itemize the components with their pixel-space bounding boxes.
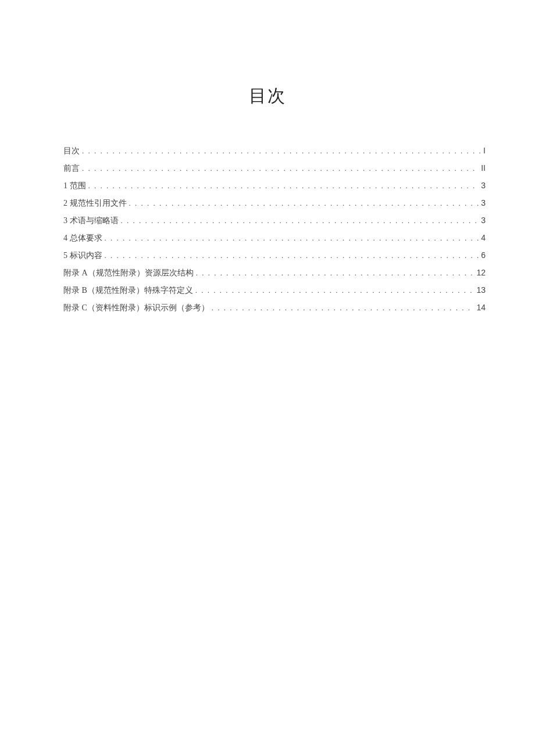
toc-page: I [483,146,486,155]
toc-entry: 前言 II [63,163,486,174]
toc-entry: 目次 I [63,146,486,156]
toc-entry: 4 总体要求 4 [63,233,486,243]
toc-label: 2 规范性引用文件 [63,198,127,209]
toc-entry: 3 术语与缩略语 3 [63,216,486,226]
toc-page: 14 [476,303,486,312]
toc-dots [129,199,479,208]
toc-dots [88,181,479,191]
toc-dots [121,216,479,225]
toc-page: 3 [481,181,486,190]
toc-page: 12 [476,268,486,277]
toc-dots [82,164,479,173]
toc-page: 3 [481,216,486,225]
toc-label: 1 范围 [63,181,86,191]
toc-dots [105,234,479,243]
toc-dots [105,251,479,260]
toc-label: 前言 [63,163,80,174]
toc-entry: 2 规范性引用文件 3 [63,198,486,209]
toc-label: 目次 [63,146,80,156]
toc-label: 3 术语与缩略语 [63,216,119,226]
toc-dots [196,268,475,278]
toc-label: 5 标识内容 [63,250,102,261]
toc-page: 3 [481,198,486,207]
toc-page: 13 [476,285,486,295]
toc-entry: 附录 C（资料性附录）标识示例（参考） 14 [63,303,486,313]
page-title: 目次 [0,0,535,146]
toc-container: 目次 I 前言 II 1 范围 3 2 规范性引用文件 3 3 术语与缩略语 3… [0,146,535,313]
toc-page: 6 [481,250,486,260]
toc-dots [212,303,475,313]
toc-label: 附录 C（资料性附录）标识示例（参考） [63,303,209,313]
toc-page: 4 [481,233,486,242]
toc-label: 附录 B（规范性附录）特殊字符定义 [63,285,193,296]
toc-entry: 5 标识内容 6 [63,250,486,261]
toc-label: 4 总体要求 [63,233,102,243]
toc-entry: 附录 B（规范性附录）特殊字符定义 13 [63,285,486,296]
toc-dots [82,146,481,156]
toc-page: II [481,163,486,173]
toc-label: 附录 A（规范性附录）资源层次结构 [63,268,194,278]
toc-entry: 附录 A（规范性附录）资源层次结构 12 [63,268,486,278]
toc-entry: 1 范围 3 [63,181,486,191]
toc-dots [195,286,475,295]
